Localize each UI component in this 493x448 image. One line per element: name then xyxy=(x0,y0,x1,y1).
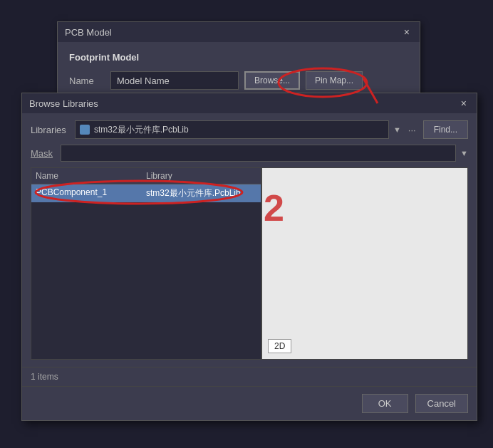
pcb-model-titlebar: PCB Model × xyxy=(58,22,420,42)
status-bar: 1 items xyxy=(22,367,477,386)
library-more-options[interactable]: ··· xyxy=(405,125,419,135)
mask-dropdown-arrow[interactable]: ▼ xyxy=(460,149,468,157)
browse-content: Name Library PCBComponent_1 stm32最小元件库.P… xyxy=(31,167,468,360)
libraries-row: Libraries stm32最小元件库.PcbLib ▼ ··· Find..… xyxy=(31,120,468,139)
component-library: stm32最小元件库.PcbLib xyxy=(146,187,256,199)
library-icon xyxy=(80,125,90,135)
table-body: PCBComponent_1 stm32最小元件库.PcbLib xyxy=(31,184,261,359)
cancel-button[interactable]: Cancel xyxy=(415,394,468,413)
browse-body: Libraries stm32最小元件库.PcbLib ▼ ··· Find..… xyxy=(22,113,477,367)
component-list-panel: Name Library PCBComponent_1 stm32最小元件库.P… xyxy=(31,167,261,360)
browse-button[interactable]: Browse... xyxy=(244,71,300,90)
mask-input[interactable] xyxy=(61,145,456,162)
mask-label: Mask xyxy=(31,148,56,159)
table-row[interactable]: PCBComponent_1 stm32最小元件库.PcbLib xyxy=(31,184,261,202)
browse-title: Browse Libraries xyxy=(29,98,98,109)
items-count: 1 items xyxy=(31,372,58,382)
component-name: PCBComponent_1 xyxy=(36,187,146,199)
library-name: stm32最小元件库.PcbLib xyxy=(94,124,384,136)
column-name-header: Name xyxy=(36,171,146,181)
ok-button[interactable]: OK xyxy=(362,394,408,413)
pcb-model-name-label: Name xyxy=(69,75,105,86)
browse-titlebar: Browse Libraries × xyxy=(22,93,477,113)
find-button[interactable]: Find... xyxy=(423,120,468,139)
pcb-model-section-title: Footprint Model xyxy=(69,52,408,63)
pcb-model-title: PCB Model xyxy=(65,27,112,38)
pcb-model-close-button[interactable]: × xyxy=(401,26,412,38)
browse-footer: OK Cancel xyxy=(22,386,477,420)
browse-libraries-dialog: Browse Libraries × Libraries stm32最小元件库.… xyxy=(21,93,477,421)
pcb-model-name-input[interactable] xyxy=(110,71,239,90)
preview-panel: 2D xyxy=(261,167,468,360)
mask-row: Mask ▼ xyxy=(31,145,468,162)
pcb-model-name-row: Name Browse... Pin Map... xyxy=(69,71,408,90)
libraries-label: Libraries xyxy=(31,125,71,135)
column-library-header: Library xyxy=(146,171,256,181)
library-dropdown-arrow[interactable]: ▼ xyxy=(393,125,401,134)
library-selector[interactable]: stm32最小元件库.PcbLib xyxy=(75,120,389,139)
preview-2d-button[interactable]: 2D xyxy=(268,339,291,353)
table-header: Name Library xyxy=(31,168,261,184)
browse-close-button[interactable]: × xyxy=(458,98,469,109)
pinmap-button[interactable]: Pin Map... xyxy=(306,71,363,90)
pcb-model-dialog: PCB Model × Footprint Model Name Browse.… xyxy=(57,21,420,102)
